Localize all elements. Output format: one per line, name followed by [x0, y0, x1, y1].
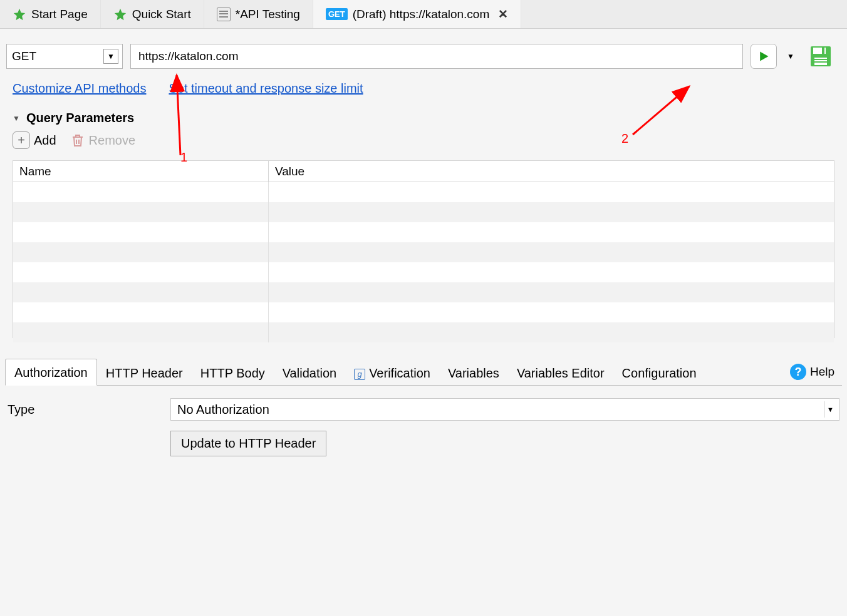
col-value-header[interactable]: Value — [269, 161, 834, 182]
add-param-button[interactable]: + Add — [13, 131, 56, 149]
tab-http-header[interactable]: HTTP Header — [97, 360, 192, 386]
col-name-header[interactable]: Name — [13, 161, 269, 182]
run-button[interactable] — [751, 44, 777, 69]
tab-verification-label: Verification — [369, 366, 430, 380]
customize-api-methods-link[interactable]: Customize API methods — [13, 81, 146, 96]
request-detail-tabs: Authorization HTTP Header HTTP Body Vali… — [5, 357, 842, 386]
query-parameters-section: ▼ Query Parameters + Add Remove — [0, 96, 847, 153]
auth-type-label: Type — [8, 403, 170, 417]
table-row[interactable] — [13, 262, 834, 282]
authorization-panel: Type No Authorization ▼ Update to HTTP H… — [0, 386, 847, 469]
request-row: GET ▼ ▼ — [0, 29, 847, 69]
table-row[interactable] — [13, 242, 834, 262]
http-method-select[interactable]: GET ▼ — [6, 44, 123, 69]
script-icon: g — [354, 369, 365, 380]
tab-label: Quick Start — [132, 8, 191, 21]
table-row[interactable] — [13, 282, 834, 302]
query-parameters-actions: + Add Remove — [13, 131, 834, 149]
tab-configuration[interactable]: Configuration — [613, 360, 705, 386]
auth-type-row: Type No Authorization ▼ — [8, 398, 839, 421]
tab-draft-request[interactable]: GET (Draft) https://katalon.com ✕ — [313, 0, 521, 28]
links-row: Customize API methods Set timeout and re… — [0, 69, 847, 96]
tab-help[interactable]: ? Help — [782, 359, 842, 385]
tab-verification[interactable]: gVerification — [345, 360, 439, 386]
remove-param-button: Remove — [70, 132, 135, 148]
run-dropdown-caret[interactable]: ▼ — [784, 52, 797, 61]
tab-validation[interactable]: Validation — [274, 360, 345, 386]
tab-api-testing[interactable]: *API Testing — [204, 0, 313, 28]
table-row[interactable] — [13, 202, 834, 222]
table-row[interactable] — [13, 182, 834, 202]
help-label: Help — [810, 365, 834, 379]
request-url-input[interactable] — [130, 44, 743, 69]
query-parameters-header[interactable]: ▼ Query Parameters — [13, 111, 834, 125]
table-row[interactable] — [13, 322, 834, 342]
chevron-down-icon: ▼ — [824, 401, 836, 418]
close-icon[interactable]: ✕ — [498, 7, 508, 21]
tab-label: (Draft) https://katalon.com — [353, 8, 490, 21]
auth-type-select[interactable]: No Authorization ▼ — [170, 398, 839, 421]
tab-variables-editor[interactable]: Variables Editor — [508, 360, 613, 386]
svg-rect-4 — [814, 59, 827, 60]
set-timeout-link[interactable]: Set timeout and response size limit — [169, 81, 363, 96]
tab-http-body[interactable]: HTTP Body — [192, 360, 274, 386]
document-icon — [217, 8, 231, 21]
auth-type-value: No Authorization — [177, 403, 269, 417]
floppy-disk-icon — [809, 45, 832, 68]
table-row[interactable] — [13, 302, 834, 322]
update-http-header-button[interactable]: Update to HTTP Header — [170, 431, 326, 456]
tab-quick-start[interactable]: Quick Start — [101, 0, 204, 28]
table-row[interactable] — [13, 222, 834, 242]
plus-icon: + — [13, 131, 30, 149]
trash-icon — [70, 132, 85, 148]
tab-start-page[interactable]: Start Page — [0, 0, 101, 28]
method-badge-icon: GET — [326, 8, 348, 20]
tab-variables[interactable]: Variables — [439, 360, 508, 386]
query-parameters-title: Query Parameters — [26, 111, 134, 125]
editor-tabbar: Start Page Quick Start *API Testing GET … — [0, 0, 847, 29]
star-icon — [13, 8, 26, 21]
star-icon — [113, 8, 127, 21]
query-parameters-table[interactable]: Name Value — [13, 160, 834, 338]
help-icon: ? — [790, 364, 806, 380]
collapse-triangle-icon: ▼ — [13, 114, 20, 123]
play-icon — [757, 50, 770, 63]
svg-rect-2 — [822, 48, 824, 54]
svg-rect-5 — [814, 61, 827, 63]
add-label: Add — [34, 133, 56, 148]
tab-authorization[interactable]: Authorization — [5, 359, 97, 386]
http-method-value: GET — [12, 49, 36, 63]
table-header: Name Value — [13, 161, 834, 182]
tab-label: *API Testing — [236, 8, 300, 21]
save-button[interactable] — [808, 44, 833, 69]
chevron-down-icon: ▼ — [103, 49, 118, 64]
table-body — [13, 182, 834, 337]
tab-label: Start Page — [31, 8, 88, 21]
remove-label: Remove — [89, 133, 135, 148]
